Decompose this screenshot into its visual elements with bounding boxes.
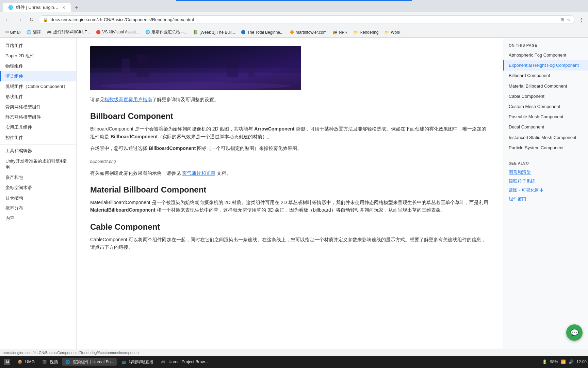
toc-item-atmospheric[interactable]: Atmospheric Fog Component [503,50,588,60]
forward-button[interactable]: → [15,15,24,24]
toc-item-poseable-mesh[interactable]: Poseable Mesh Component [503,112,588,122]
tab-title: 组件 | Unreal Engine Doc... [16,4,60,11]
toc-item-material-billboard[interactable]: Material Billboard Component [503,81,588,91]
taskbar-browser[interactable]: 🌐 渲染组件 | Unreal En... [62,358,117,366]
sidebar-item-static-mesh[interactable]: 静态网格模型组件 [0,112,76,122]
back-button[interactable]: ← [3,15,12,24]
gmail-icon: ✉ [5,30,9,34]
bookmark-star-icon[interactable]: ☆ [567,17,571,22]
see-also-cascade[interactable]: 级联粒子系统 [503,177,588,186]
sidebar-item-physics[interactable]: 物理组件 [0,61,76,71]
week1-icon: 📗 [193,30,198,34]
sidebar-item-unity[interactable]: Unity开发者准备的虚幻引擎4指南 [0,156,76,172]
url-text: docs.unrealengine.com/zh-CN/Basics/Compo… [51,17,558,22]
tab-bar: 🌐 组件 | Unreal Engine Doc... ✕ + [0,0,588,12]
material-billboard-para1: MaterialBillboardComponent 是一个被渲染为始终朝向摄像… [90,199,489,214]
work-folder-icon: 📁 [385,30,389,34]
sidebar-item-directory[interactable]: 目录结构 [0,193,76,203]
see-also-blueprint[interactable]: 蓝图 - 可视化脚本 [503,186,588,195]
battery-level: 98% [550,359,558,364]
bookmark-translate[interactable]: 🌐 翻譯 [24,29,44,36]
tab-close-button[interactable]: ✕ [62,5,65,10]
sidebar-item-coordinates[interactable]: 坐标空间术语 [0,183,76,193]
taskbar-ue[interactable]: 🎮 Unreal Project Brow... [158,358,211,366]
billboard-image: billboard2.png [90,159,116,164]
active-tab[interactable]: 🌐 组件 | Unreal Engine Doc... ✕ [3,3,71,12]
toc-item-custom-mesh[interactable]: Custom Mesh Component [503,102,588,112]
exponential-fog-link[interactable]: 指数级高度雾用户指南 [104,97,152,102]
hero-image [90,46,301,90]
bookmark-martin[interactable]: 🔶 martinfowler.com [287,29,329,35]
toc-item-billboard[interactable]: Billboard Component [503,71,588,81]
translate-icon[interactable]: ⊞ [561,17,564,22]
svg-rect-7 [90,68,301,90]
billboard-image-wrapper: billboard2.png [90,156,489,167]
sidebar-item-tools[interactable]: 工具和编辑器 [0,146,76,156]
sidebar-item-widget[interactable]: 控件组件 [0,133,76,143]
sidebar-item-content[interactable]: 内容 [0,213,76,224]
address-bar[interactable]: 🔒 docs.unrealengine.com/zh-CN/Basics/Com… [38,15,575,24]
toc-item-exponential[interactable]: Exponential Height Fog Component [503,60,588,71]
jobs-icon: 🌐 [145,30,150,34]
taskbar-bilibili[interactable]: 📺 哔哩哔哩直播 [118,358,156,366]
left-sidebar: 寻路组件 Paper 2D 组件 物理组件 渲染组件 缆绳组件（Cable Co… [0,38,77,368]
intro-paragraph: 请参见指数级高度雾用户指南了解更多详情及可调整的设置。 [90,96,489,103]
cable-para1: CableComponent 可以将两个组件附加在一起，同时在它们之间渲染出一条… [90,236,489,251]
chat-button[interactable]: 💬 [566,324,583,341]
bookmark-week1[interactable]: 📗 [Week 1] The Buil... [191,29,238,35]
bookmark-npr[interactable]: 📻 NPR [330,29,350,35]
battery-icon: 🔋 [542,359,547,364]
extensions-button[interactable]: ⋮ [578,16,585,24]
status-bar: unrealengine.com/zh-CN/Basics/Components… [0,349,588,356]
bookmark-work[interactable]: 📁 Work [382,29,403,35]
loading-progress-bar [0,0,588,1]
main-content: 请参见指数级高度雾用户指南了解更多详情及可调整的设置。 Billboard Co… [77,38,503,368]
taskbar-video[interactable]: 🎬 视频 [39,358,61,366]
bookmarks-bar: ✉ Gmail 🌐 翻譯 🎮 虚幻引擎4和Git LF... 🔴 VS 和Vis… [0,27,588,37]
bookmark-rendering[interactable]: 📁 Rendering [351,29,381,35]
ue-icon: 🎮 [160,359,166,365]
bookmark-jobs[interactable]: 🌐 定期作业汇总站 --... [143,29,190,36]
new-tab-button[interactable]: + [72,3,81,12]
sidebar-item-routing[interactable]: 寻路组件 [0,41,76,51]
billboard-para2: 在场景中，您可以通过选择 BillboardComponent 图标（一个可以指… [90,144,489,152]
sidebar-item-utility[interactable]: 实用工具组件 [0,122,76,133]
see-also-graphics[interactable]: 图形和渲染 [503,168,588,177]
taskbar-left: AI 📦 UMG 🎬 视频 🌐 渲染组件 | Unreal En... 📺 哔哩… [1,358,211,366]
bookmark-ue4git[interactable]: 🎮 虚幻引擎4和Git LF... [44,29,93,36]
sidebar-item-shape[interactable]: 形状组件 [0,92,76,102]
bookmark-beginner[interactable]: 🔵 The Total Beginne... [238,29,286,35]
status-url: unrealengine.com/zh-CN/Basics/Components… [3,351,140,355]
sidebar-item-skeleton-mesh[interactable]: 骨架网格模型组件 [0,102,76,112]
bookmark-vs[interactable]: 🔴 VS 和Visual Assist... [93,29,142,36]
ai-icon: AI [4,359,10,365]
sidebar-item-assets[interactable]: 资产和包 [0,172,76,183]
toc-item-cable[interactable]: Cable Component [503,91,588,102]
taskbar-ai[interactable]: AI [1,358,13,366]
see-also-label: SEE ALSO [503,156,588,168]
toc-item-particle-system[interactable]: Particle System Component [503,143,588,153]
see-also-components-window[interactable]: 组件窗口 [503,195,588,203]
billboard-para3: 有关如何创建此雾化效果图的示例，请参见 雾气蒲片和光束 文档。 [90,169,489,177]
network-icon: 📶 [561,359,566,364]
volume-icon: 🔊 [569,359,574,364]
toc-item-decal[interactable]: Decal Component [503,122,588,132]
toc-item-instanced-static[interactable]: Instanced Static Mesh Component [503,133,588,143]
rendering-folder-icon: 📁 [354,30,358,34]
fog-link[interactable]: 雾气蒲片和光束 [182,170,215,176]
taskbar-right: 🔋 98% 📶 🔊 12:00 [542,359,587,364]
material-billboard-heading: Material Billboard Component [90,185,489,195]
taskbar-umg[interactable]: 📦 UMG [14,358,37,366]
sidebar-item-cable[interactable]: 缆绳组件（Cable Component） [0,81,76,92]
bookmark-gmail[interactable]: ✉ Gmail [3,29,23,35]
taskbar: AI 📦 UMG 🎬 视频 🌐 渲染组件 | Unreal En... 📺 哔哩… [0,356,588,368]
browser-icon: 🌐 [65,359,71,365]
reload-button[interactable]: ↻ [27,15,36,24]
on-this-page-label: ON THIS PAGE [503,43,588,50]
page-wrapper: 寻路组件 Paper 2D 组件 物理组件 渲染组件 缆绳组件（Cable Co… [0,38,588,368]
video-icon: 🎬 [42,359,48,365]
sidebar-item-paper2d[interactable]: Paper 2D 组件 [0,51,76,61]
sidebar-item-probability[interactable]: 概率分布 [0,203,76,213]
sidebar-item-rendering[interactable]: 渲染组件 [0,71,76,81]
npr-icon: 📻 [333,30,338,34]
